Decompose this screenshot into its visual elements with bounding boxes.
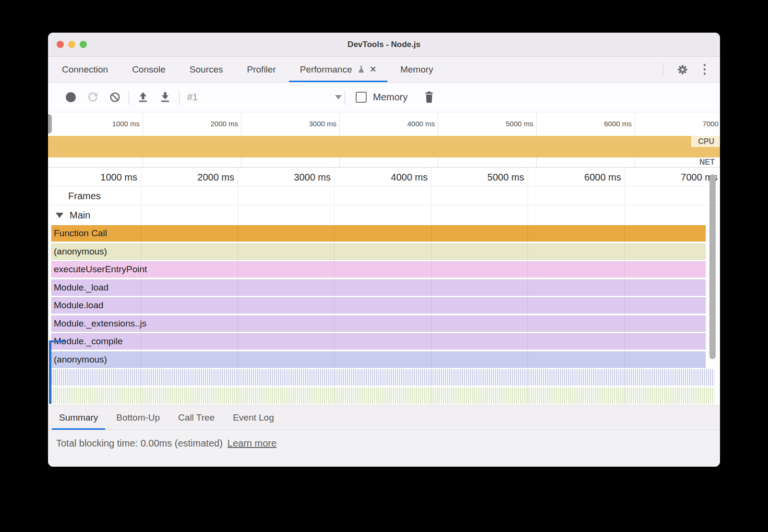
divider — [179, 90, 180, 105]
flame-bar[interactable]: Module._load — [51, 279, 706, 296]
tab-performance[interactable]: Performance × — [288, 57, 388, 82]
record-icon — [66, 92, 76, 102]
network-band[interactable]: NET — [48, 157, 720, 168]
tab-call-tree[interactable]: Call Tree — [169, 405, 224, 430]
devtools-tab-bar: Connection Console Sources Profiler Perf… — [48, 57, 720, 83]
flame-bar[interactable]: Function Call — [51, 225, 706, 242]
memory-checkbox[interactable] — [356, 92, 367, 103]
reload-and-record-button[interactable] — [82, 88, 104, 107]
flask-icon — [357, 65, 365, 74]
main-track-header[interactable]: Main — [48, 206, 720, 225]
title-bar: DevTools - Node.js — [48, 33, 720, 57]
block-icon — [109, 92, 120, 103]
cpu-activity-band[interactable]: CPU — [48, 136, 720, 157]
overview-drag-handle[interactable] — [48, 114, 52, 133]
frames-track-header[interactable]: Frames — [48, 187, 720, 206]
status-bar: Total blocking time: 0.00ms (estimated) … — [48, 430, 720, 467]
flame-bar-micro-calls[interactable] — [51, 369, 714, 386]
kebab-menu-icon[interactable] — [702, 62, 708, 77]
tab-memory[interactable]: Memory — [388, 57, 445, 82]
clear-button[interactable] — [104, 88, 126, 107]
save-profile-button[interactable] — [154, 88, 176, 107]
flame-bar-micro-calls[interactable] — [51, 387, 714, 404]
tab-bottom-up[interactable]: Bottom-Up — [107, 405, 169, 430]
zoom-window-button[interactable] — [80, 41, 87, 48]
chevron-down-icon — [335, 95, 342, 99]
triangle-down-icon[interactable] — [56, 213, 63, 218]
cpu-label: CPU — [691, 136, 720, 147]
tab-profiler[interactable]: Profiler — [235, 57, 288, 82]
divider — [129, 90, 129, 105]
tab-sources[interactable]: Sources — [178, 57, 235, 82]
flame-bar[interactable]: Module._extensions..js — [51, 315, 706, 332]
tab-summary[interactable]: Summary — [50, 405, 107, 430]
close-window-button[interactable] — [57, 41, 64, 48]
vertical-scrollbar[interactable] — [709, 174, 716, 359]
overview-ruler: 1000 ms 2000 ms 3000 ms 4000 ms 5000 ms … — [48, 112, 720, 136]
flame-bar[interactable]: (anonymous) — [51, 351, 706, 368]
history-select[interactable]: #1 — [187, 92, 342, 103]
delete-recording-button[interactable] — [418, 88, 440, 107]
timeline-overview: 1000 ms 2000 ms 3000 ms 4000 ms 5000 ms … — [48, 112, 720, 168]
flame-bar[interactable]: Module._compile — [51, 333, 706, 350]
devtools-window: DevTools - Node.js Connection Console So… — [48, 33, 720, 467]
overview-tick: 7000 ms — [48, 112, 720, 136]
tab-console[interactable]: Console — [120, 57, 178, 82]
load-profile-button[interactable] — [132, 88, 154, 107]
tab-bar-right-controls — [663, 57, 720, 82]
reload-icon — [87, 92, 98, 103]
divider — [663, 62, 663, 77]
trash-icon — [424, 91, 434, 103]
window-title: DevTools - Node.js — [348, 40, 420, 49]
net-label: NET — [699, 157, 715, 167]
history-value: #1 — [187, 92, 198, 103]
traffic-lights — [57, 33, 87, 56]
flame-bar[interactable]: (anonymous) — [51, 243, 706, 260]
gear-icon[interactable] — [677, 64, 688, 75]
learn-more-link[interactable]: Learn more — [228, 438, 276, 449]
minimize-window-button[interactable] — [68, 41, 75, 48]
divider — [345, 90, 345, 105]
flame-bar[interactable]: executeUserEntryPoint — [51, 261, 706, 278]
chart-ruler: 1000 ms 2000 ms 3000 ms 4000 ms 5000 ms … — [48, 168, 720, 187]
close-icon[interactable]: × — [370, 64, 376, 75]
tab-event-log[interactable]: Event Log — [224, 405, 283, 430]
memory-checkbox-group[interactable]: Memory — [356, 92, 408, 103]
chart-tick: 7000 ms — [48, 168, 718, 186]
total-blocking-time-text: Total blocking time: 0.00ms (estimated) — [56, 438, 223, 449]
tab-connection[interactable]: Connection — [50, 57, 120, 82]
memory-checkbox-label: Memory — [373, 92, 408, 103]
flame-chart: 1000 ms 2000 ms 3000 ms 4000 ms 5000 ms … — [48, 168, 720, 405]
performance-toolbar: #1 Memory — [48, 83, 720, 112]
download-icon — [160, 92, 170, 103]
selection-bracket — [49, 340, 66, 342]
details-tab-bar: Summary Bottom-Up Call Tree Event Log — [48, 405, 720, 430]
flame-bar[interactable]: Module.load — [51, 297, 706, 314]
selection-bracket — [49, 340, 51, 404]
upload-icon — [138, 92, 148, 103]
record-button[interactable] — [60, 88, 82, 107]
